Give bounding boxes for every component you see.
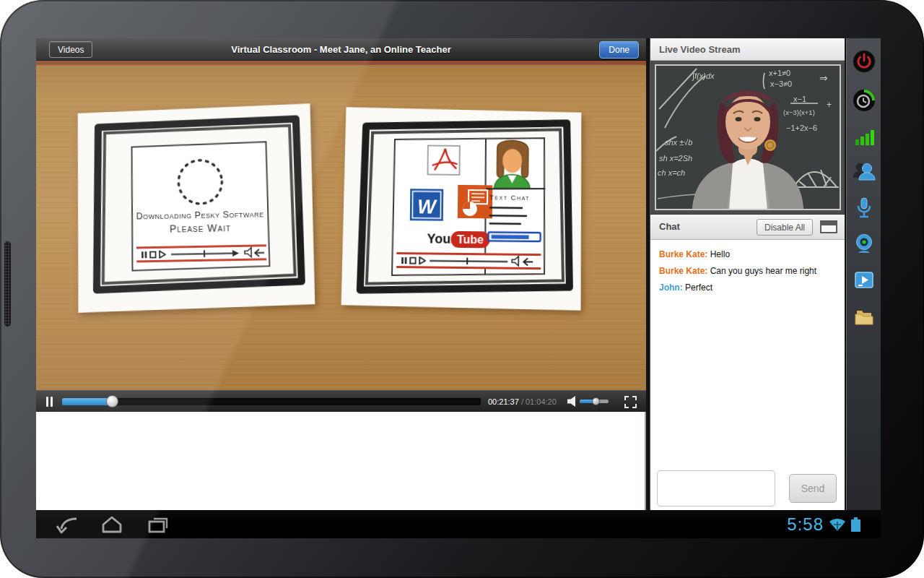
sketch-caption-line2: Please Wait <box>170 222 232 234</box>
fullscreen-button[interactable] <box>624 396 637 408</box>
clock-icon <box>853 89 876 112</box>
message-text: Can you guys hear me right <box>710 266 816 276</box>
live-video-stream-header: Live Video Stream <box>650 38 845 61</box>
chat-messages: Burke Kate: Hello Burke Kate: Can you gu… <box>650 240 845 468</box>
sketch-player-controls <box>136 244 266 262</box>
android-navbar: 5:58 <box>36 510 881 538</box>
microphone-button[interactable] <box>853 197 876 220</box>
svg-text:ch x=ch: ch x=ch <box>658 168 685 177</box>
svg-text:+: + <box>827 100 832 110</box>
tablet-device: Videos Virtual Classroom - Meet Jane, an… <box>0 0 924 578</box>
microphone-icon <box>853 197 876 220</box>
sketch-right-monitor: W You Tube <box>339 100 587 316</box>
files-button[interactable] <box>853 305 876 328</box>
clock-text: 5:58 <box>787 514 824 535</box>
svg-text:sh x=2Sh: sh x=2Sh <box>659 154 692 163</box>
webcam-icon <box>853 233 876 256</box>
main-column: Videos Virtual Classroom - Meet Jane, an… <box>36 38 646 510</box>
avatar-sketch <box>494 140 531 189</box>
home-button[interactable] <box>98 514 126 535</box>
pdf-icon <box>427 145 459 174</box>
video-player-icon <box>853 269 876 292</box>
svg-text:You: You <box>427 231 450 246</box>
recents-button[interactable] <box>144 514 172 535</box>
status-cluster: 5:58 <box>787 510 860 538</box>
svg-text:⇒: ⇒ <box>819 72 828 84</box>
chat-message: Burke Kate: Hello <box>659 249 836 259</box>
participants-button[interactable] <box>853 160 876 184</box>
right-panel: Live Video Stream ∫f(x)dx x+1≠0 x−3≠0 ⇒ … <box>650 38 845 510</box>
sender-name: John: <box>659 282 683 293</box>
window-icon[interactable] <box>820 220 837 233</box>
time-display: 00:21:37 / 01:04:20 <box>488 397 557 406</box>
powerpoint-icon <box>458 185 492 219</box>
chat-header: Chat Disable All <box>650 215 845 240</box>
sender-name: Burke Kate: <box>659 249 707 259</box>
participants-icon <box>853 160 876 184</box>
volume-handle[interactable] <box>592 397 600 405</box>
live-video-stream-view: ∫f(x)dx x+1≠0 x−3≠0 ⇒ x−1 (x−3)(x+1) + −… <box>650 61 845 215</box>
duration: 01:04:20 <box>526 397 557 406</box>
volume-slider[interactable] <box>580 400 609 403</box>
pause-button[interactable] <box>45 396 54 407</box>
send-button[interactable]: Send <box>789 474 837 503</box>
battery-icon <box>851 517 860 532</box>
svg-text:∫f(x)dx: ∫f(x)dx <box>692 72 715 81</box>
disable-all-button[interactable]: Disable All <box>757 219 813 236</box>
svg-text:−1+2x−6: −1+2x−6 <box>786 124 817 132</box>
svg-text:(x−3)(x+1): (x−3)(x+1) <box>783 108 815 116</box>
chat-input-row: Send <box>650 468 845 510</box>
titlebar: Videos Virtual Classroom - Meet Jane, an… <box>36 38 646 61</box>
volume-fill <box>580 400 596 403</box>
chat-message: John: Perfect <box>659 282 836 293</box>
recents-icon <box>144 514 172 535</box>
side-toolbar <box>846 38 881 510</box>
svg-text:x−3≠0: x−3≠0 <box>770 79 792 88</box>
volume-icon <box>567 396 577 407</box>
connection-quality-button[interactable] <box>853 126 876 150</box>
message-text: Hello <box>710 249 730 259</box>
chat-input[interactable] <box>657 470 775 506</box>
progress-track[interactable] <box>62 398 481 405</box>
wifi-icon <box>829 517 846 532</box>
message-text: Perfect <box>685 282 712 293</box>
progress-handle[interactable] <box>106 395 118 407</box>
earring <box>764 139 776 151</box>
videos-button[interactable]: Videos <box>49 41 92 58</box>
sender-name: Burke Kate: <box>659 266 707 276</box>
video-playback-area[interactable]: Downloading Pesky Software Please Wait <box>36 61 646 390</box>
power-button[interactable] <box>853 50 876 73</box>
session-timer-button[interactable] <box>853 89 876 112</box>
word-icon: W <box>410 189 443 220</box>
content-area-blank <box>36 412 646 510</box>
progress-fill <box>62 398 113 405</box>
svg-text:x−1: x−1 <box>793 95 806 103</box>
power-icon <box>853 50 876 73</box>
svg-text:shx ±√b: shx ±√b <box>665 138 692 147</box>
chat-message: Burke Kate: Can you guys hear me right <box>659 266 836 276</box>
done-button[interactable]: Done <box>599 41 639 59</box>
signal-bars-icon <box>853 126 876 150</box>
screen: Videos Virtual Classroom - Meet Jane, an… <box>36 38 881 538</box>
teacher-webcam-image: ∫f(x)dx x+1≠0 x−3≠0 ⇒ x−1 (x−3)(x+1) + −… <box>655 64 841 210</box>
page-title: Virtual Classroom - Meet Jane, an Online… <box>36 44 646 55</box>
youtube-logo: You Tube <box>427 230 489 248</box>
volume-control[interactable] <box>567 396 609 407</box>
current-time: 00:21:37 <box>488 397 519 406</box>
text-chat-label: Text Chat <box>489 193 530 202</box>
speaker-grille-icon <box>4 241 11 327</box>
home-icon <box>98 514 126 535</box>
svg-text:x+1≠0: x+1≠0 <box>769 69 790 77</box>
sketch-left-monitor: Downloading Pesky Software Please Wait <box>71 100 319 316</box>
svg-text:W: W <box>417 196 437 217</box>
player-control-bar: 00:21:37 / 01:04:20 <box>36 390 646 412</box>
back-button[interactable] <box>55 514 82 535</box>
videos-library-button[interactable] <box>853 269 876 292</box>
webcam-button[interactable] <box>853 233 876 256</box>
folders-icon <box>853 305 876 328</box>
tablet-bezel: Videos Virtual Classroom - Meet Jane, an… <box>0 0 924 578</box>
chat-title: Chat <box>659 221 680 232</box>
back-icon <box>55 514 82 535</box>
sketch-player-controls <box>396 252 541 269</box>
svg-text:Tube: Tube <box>457 233 484 246</box>
